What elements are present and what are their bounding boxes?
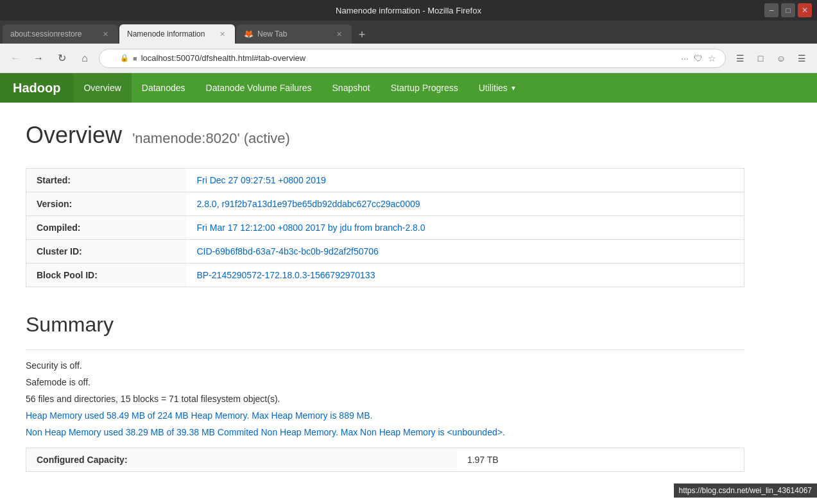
utilities-dropdown-arrow: ▼ <box>510 85 517 92</box>
nav-snapshot[interactable]: Snapshot <box>322 73 381 103</box>
hadoop-nav: Hadoop Overview Datanodes Datanode Volum… <box>0 73 817 103</box>
row-label: Version: <box>26 192 187 216</box>
tab-namenode-label: Namenode information <box>127 29 205 38</box>
tab-bar: about:sessionrestore ✕ Namenode informat… <box>0 21 817 44</box>
row-value: 2.8.0, r91f2b7a13d1e97be65db92ddabc627cc… <box>187 192 744 216</box>
maximize-button[interactable]: □ <box>781 3 795 17</box>
home-button[interactable]: ⌂ <box>76 49 94 67</box>
row-value: Fri Mar 17 12:12:00 +0800 2017 by jdu fr… <box>187 216 744 240</box>
url-lock-shield: ■ <box>133 55 137 62</box>
capacity-value: 1.97 TB <box>457 448 744 472</box>
reload-button[interactable]: ↻ <box>53 49 71 67</box>
summary-heading: Summary <box>26 313 744 337</box>
browser-tools: ☰ □ ☺ ☰ <box>731 49 811 67</box>
capacity-table: Configured Capacity: 1.97 TB <box>26 448 744 472</box>
row-label: Block Pool ID: <box>26 264 187 287</box>
overview-subtitle: 'namenode:8020' (active) <box>128 130 290 146</box>
new-tab-button[interactable]: + <box>353 26 371 44</box>
info-table: Started: Fri Dec 27 09:27:51 +0800 2019 … <box>26 168 744 287</box>
table-row: Started: Fri Dec 27 09:27:51 +0800 2019 <box>26 169 744 192</box>
row-value: Fri Dec 27 09:27:51 +0800 2019 <box>187 169 744 192</box>
tab-session-label: about:sessionrestore <box>10 29 82 38</box>
hadoop-brand[interactable]: Hadoop <box>0 73 73 103</box>
nav-datanodes[interactable]: Datanodes <box>132 73 196 103</box>
nav-datanode-volume-failures[interactable]: Datanode Volume Failures <box>196 73 322 103</box>
page-content: Overview 'namenode:8020' (active) Starte… <box>0 103 770 491</box>
close-button[interactable]: ✕ <box>798 3 812 17</box>
collections-icon[interactable]: ☰ <box>731 49 749 67</box>
tab-session-close[interactable]: ✕ <box>100 29 110 39</box>
table-row: Cluster ID: CID-69b6f8bd-63a7-4b3c-bc0b-… <box>26 240 744 264</box>
summary-line: Non Heap Memory used 38.29 MB of 39.38 M… <box>26 427 744 437</box>
row-label: Started: <box>26 169 187 192</box>
tab-view-icon[interactable]: □ <box>752 49 770 67</box>
address-bar: ← → ↻ ⌂ 🔒 ■ localhost:50070/dfshealth.ht… <box>0 44 817 73</box>
nav-startup-progress[interactable]: Startup Progress <box>381 73 469 103</box>
tab-session[interactable]: about:sessionrestore ✕ <box>3 24 118 44</box>
row-value: CID-69b6f8bd-63a7-4b3c-bc0b-9d2af2f50706 <box>187 240 744 264</box>
row-label: Compiled: <box>26 216 187 240</box>
summary-line: Safemode is off. <box>26 377 744 387</box>
table-row: Block Pool ID: BP-2145290572-172.18.0.3-… <box>26 264 744 287</box>
nav-utilities[interactable]: Utilities ▼ <box>469 73 527 103</box>
url-bookmark-icon[interactable]: ☆ <box>707 52 718 65</box>
tab-namenode-close[interactable]: ✕ <box>217 29 227 39</box>
url-shield-icon[interactable]: 🛡 <box>692 52 704 65</box>
table-row: Configured Capacity: 1.97 TB <box>26 448 744 472</box>
summary-lines: Security is off.Safemode is off.56 files… <box>26 360 744 437</box>
browser-titlebar: Namenode information - Mozilla Firefox –… <box>0 0 817 21</box>
url-text: localhost:50070/dfshealth.html#tab-overv… <box>141 53 676 63</box>
capacity-label: Configured Capacity: <box>26 448 457 472</box>
summary-line: Heap Memory used 58.49 MB of 224 MB Heap… <box>26 410 744 421</box>
window-title: Namenode information - Mozilla Firefox <box>336 6 481 15</box>
row-value: BP-2145290572-172.18.0.3-1566792970133 <box>187 264 744 287</box>
back-button[interactable]: ← <box>6 49 24 67</box>
tab-namenode[interactable]: Namenode information ✕ <box>119 24 235 44</box>
url-bar[interactable]: 🔒 ■ localhost:50070/dfshealth.html#tab-o… <box>99 49 726 68</box>
tab-newtab-label: New Tab <box>257 29 287 38</box>
overview-heading: Overview 'namenode:8020' (active) <box>26 122 744 149</box>
nav-overview[interactable]: Overview <box>73 73 131 103</box>
summary-line: Security is off. <box>26 360 744 371</box>
summary-line: 56 files and directories, 15 blocks = 71… <box>26 394 744 404</box>
tab-newtab-close[interactable]: ✕ <box>334 29 344 39</box>
overview-title: Overview <box>26 122 122 148</box>
tab-newtab-favicon: 🦊 <box>244 29 254 38</box>
menu-icon[interactable]: ☰ <box>793 49 811 67</box>
window-controls: – □ ✕ <box>764 3 812 17</box>
table-row: Version: 2.8.0, r91f2b7a13d1e97be65db92d… <box>26 192 744 216</box>
profile-icon[interactable]: ☺ <box>772 49 790 67</box>
minimize-button[interactable]: – <box>764 3 778 17</box>
url-actions: ··· 🛡 ☆ <box>680 52 718 65</box>
summary-divider <box>26 349 744 350</box>
forward-button[interactable]: → <box>30 49 47 67</box>
table-row: Compiled: Fri Mar 17 12:12:00 +0800 2017… <box>26 216 744 240</box>
url-more-icon[interactable]: ··· <box>680 52 690 65</box>
url-lock-icon: 🔒 <box>120 54 129 62</box>
tab-newtab[interactable]: 🦊 New Tab ✕ <box>236 24 352 44</box>
row-label: Cluster ID: <box>26 240 187 264</box>
